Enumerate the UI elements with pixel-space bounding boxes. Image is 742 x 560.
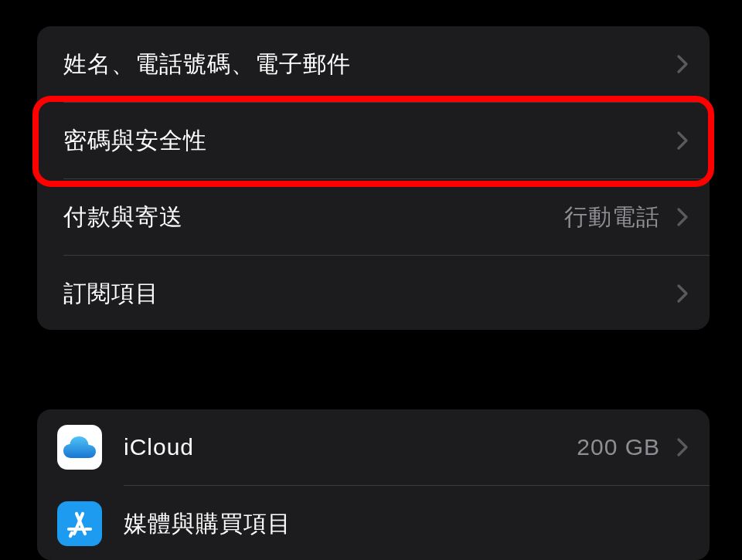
services-group: iCloud 200 GB 媒體與購買項目 [37,409,710,560]
chevron-right-icon [677,284,688,303]
row-label: 媒體與購買項目 [124,508,688,540]
icloud-icon [57,425,102,470]
row-media-purchases[interactable]: 媒體與購買項目 [37,486,710,560]
row-label: 密碼與安全性 [63,125,677,157]
account-settings-group: 姓名、電話號碼、電子郵件 密碼與安全性 付款與寄送 行動電話 訂閱項目 [37,26,710,330]
row-subscriptions[interactable]: 訂閱項目 [37,256,710,331]
appstore-icon [57,501,102,546]
row-label: iCloud [124,434,577,460]
row-label: 付款與寄送 [63,202,564,233]
row-icloud[interactable]: iCloud 200 GB [37,409,710,485]
settings-apple-id-screen: 姓名、電話號碼、電子郵件 密碼與安全性 付款與寄送 行動電話 訂閱項目 [0,0,742,560]
chevron-right-icon [677,438,688,456]
chevron-right-icon [677,55,688,73]
row-label: 姓名、電話號碼、電子郵件 [63,49,677,80]
row-detail: 行動電話 [564,202,660,233]
row-detail: 200 GB [577,434,660,460]
row-payment-shipping[interactable]: 付款與寄送 行動電話 [37,179,710,255]
row-label: 訂閱項目 [63,278,677,310]
chevron-right-icon [677,208,688,226]
chevron-right-icon [677,131,688,150]
row-password-security[interactable]: 密碼與安全性 [37,103,710,178]
svg-line-4 [70,533,72,536]
row-name-phone-email[interactable]: 姓名、電話號碼、電子郵件 [37,26,710,102]
